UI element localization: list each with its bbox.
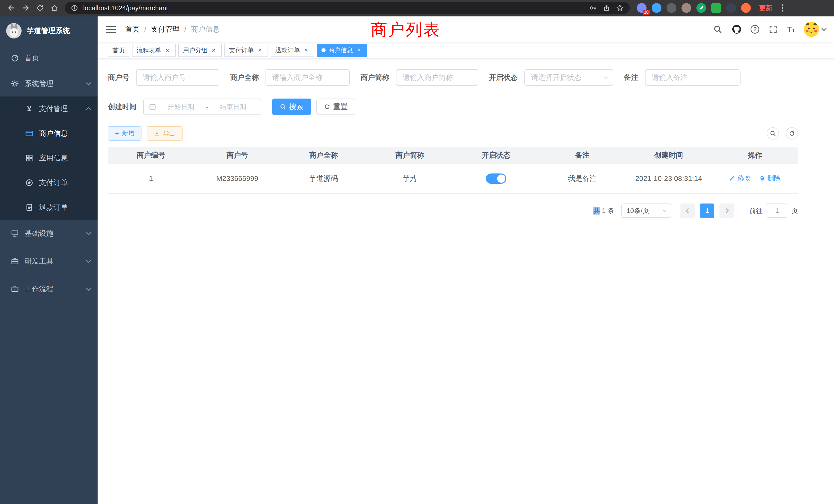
reset-button[interactable]: 重置 xyxy=(316,98,355,115)
tab-label: 商户信息 xyxy=(328,46,353,54)
extension-icon[interactable] xyxy=(741,3,751,13)
merchant-no-input[interactable] xyxy=(136,69,219,86)
logo[interactable]: 芋道管理系统 xyxy=(0,17,97,45)
pagination: 共 1 条 10条/页 1 前往 页 xyxy=(108,204,798,218)
sidebar-item-label: 支付订单 xyxy=(39,178,90,188)
fullscreen-icon[interactable] xyxy=(768,24,778,35)
extension-icon[interactable] xyxy=(681,3,691,13)
table-row: 1 M233666999 芋道源码 芋艿 我是备注 2021-10-23 08:… xyxy=(108,164,798,193)
short-name-input[interactable] xyxy=(396,69,478,86)
status-select[interactable]: 请选择开启状态 xyxy=(524,69,613,86)
sidebar-item-app-info[interactable]: 应用信息 xyxy=(0,146,97,170)
field-label: 商户简称 xyxy=(360,73,389,83)
browser-menu-icon[interactable] xyxy=(778,4,787,12)
status-toggle[interactable] xyxy=(486,174,506,184)
avatar xyxy=(804,22,819,37)
goto-page-input[interactable] xyxy=(767,204,787,218)
toolbox-icon xyxy=(10,257,20,265)
remark-input[interactable] xyxy=(645,69,741,86)
tab-process-form[interactable]: 流程表单 × xyxy=(132,44,176,57)
date-range-picker[interactable]: - xyxy=(143,98,261,115)
breadcrumb-separator: / xyxy=(144,25,146,33)
briefcase-icon xyxy=(10,285,20,293)
close-icon[interactable]: × xyxy=(210,47,217,54)
search-icon[interactable] xyxy=(712,24,723,35)
sidebar-item-system[interactable]: 系统管理 xyxy=(0,71,97,96)
next-page-button[interactable] xyxy=(720,204,734,218)
col-header: 开启状态 xyxy=(453,147,539,164)
tab-home[interactable]: 首页 xyxy=(108,44,129,57)
close-icon[interactable]: × xyxy=(256,47,263,54)
address-bar[interactable]: localhost:1024/pay/merchant xyxy=(65,2,630,14)
info-icon[interactable] xyxy=(70,3,79,13)
sidebar-item-label: 商户信息 xyxy=(39,129,90,138)
sidebar-item-label: 退款订单 xyxy=(39,203,90,212)
form-item-remark: 备注 xyxy=(624,69,741,86)
extensions-row: 10 xyxy=(637,3,751,13)
user-avatar-menu[interactable] xyxy=(804,22,826,37)
search-button[interactable]: 搜索 xyxy=(272,98,311,115)
page-number-button[interactable]: 1 xyxy=(700,204,714,218)
extension-icon[interactable] xyxy=(652,3,661,13)
delete-link[interactable]: 删除 xyxy=(759,174,781,183)
sidebar-item-pay-management[interactable]: ¥ 支付管理 xyxy=(0,96,97,121)
sidebar-item-pay-order[interactable]: 支付订单 xyxy=(0,170,97,195)
form-item-create-time: 创建时间 - xyxy=(108,98,261,115)
sidebar-item-infrastructure[interactable]: 基础设施 xyxy=(0,220,97,247)
edit-link[interactable]: 修改 xyxy=(729,174,751,183)
help-icon[interactable]: ? xyxy=(750,25,759,33)
refresh-table-button[interactable] xyxy=(786,127,798,140)
sidebar-item-workflow[interactable]: 工作流程 xyxy=(0,275,97,303)
end-date-input[interactable] xyxy=(210,103,256,111)
refresh-icon[interactable] xyxy=(33,1,47,15)
toggle-search-button[interactable] xyxy=(767,127,779,140)
font-size-icon[interactable]: TT xyxy=(787,25,795,33)
full-name-input[interactable] xyxy=(265,69,350,86)
add-button-label: 新增 xyxy=(122,129,134,138)
extension-icon[interactable] xyxy=(666,3,676,13)
sidebar-item-home[interactable]: 首页 xyxy=(0,45,97,71)
back-icon[interactable] xyxy=(4,1,19,15)
start-date-input[interactable] xyxy=(158,103,204,111)
extension-icon[interactable] xyxy=(726,3,736,13)
cell-full-name: 芋道源码 xyxy=(280,164,367,193)
sidebar-toggle-icon[interactable] xyxy=(106,26,116,33)
sidebar-item-refund-order[interactable]: 退款订单 xyxy=(0,195,97,220)
close-icon[interactable]: × xyxy=(303,47,310,54)
tab-user-group[interactable]: 用户分组 × xyxy=(178,44,222,57)
tab-merchant-info[interactable]: 商户信息 × xyxy=(317,44,367,57)
extension-icon[interactable] xyxy=(711,3,721,13)
close-icon[interactable]: × xyxy=(355,47,363,54)
tags-view: 首页 流程表单 × 用户分组 × 支付订单 × 退款订单 × 商户信息 × xyxy=(97,42,834,59)
bookmark-star-icon[interactable] xyxy=(615,3,624,13)
browser-update-button[interactable]: 更新 xyxy=(759,4,772,13)
total-suffix: 条 xyxy=(608,207,614,214)
add-button[interactable]: + 新增 xyxy=(108,126,141,141)
tab-refund-order[interactable]: 退款订单 × xyxy=(271,44,314,57)
close-icon[interactable]: × xyxy=(164,47,171,54)
chevron-down-icon xyxy=(86,258,91,263)
home-icon[interactable] xyxy=(47,1,62,15)
tab-pay-order[interactable]: 支付订单 × xyxy=(224,44,268,57)
url-text[interactable]: localhost:1024/pay/merchant xyxy=(83,4,585,12)
field-label: 商户号 xyxy=(108,73,129,83)
pagination-total: 共 1 条 xyxy=(593,206,614,215)
breadcrumb-pay[interactable]: 支付管理 xyxy=(151,24,180,34)
prev-page-button[interactable] xyxy=(680,204,695,218)
chevron-down-icon xyxy=(604,75,608,79)
extension-icon[interactable] xyxy=(696,3,706,13)
breadcrumb-home[interactable]: 首页 xyxy=(125,24,140,34)
extension-icon[interactable]: 10 xyxy=(637,3,646,13)
sidebar-item-label: 首页 xyxy=(25,53,90,63)
github-icon[interactable] xyxy=(731,24,742,35)
forward-icon[interactable] xyxy=(19,1,33,15)
table-header-row: 商户编号 商户号 商户全称 商户简称 开启状态 备注 创建时间 操作 xyxy=(108,147,798,164)
field-label: 备注 xyxy=(624,73,638,83)
key-icon[interactable] xyxy=(589,3,598,13)
sidebar-item-merchant-info[interactable]: 商户信息 xyxy=(0,121,97,146)
sidebar: 芋道管理系统 首页 系统管理 ¥ 支付管理 xyxy=(0,17,97,504)
sidebar-item-dev-tools[interactable]: 研发工具 xyxy=(0,247,97,275)
page-size-select[interactable]: 10条/页 xyxy=(621,204,671,218)
share-icon[interactable] xyxy=(602,3,611,13)
export-button[interactable]: 导出 xyxy=(147,126,182,141)
